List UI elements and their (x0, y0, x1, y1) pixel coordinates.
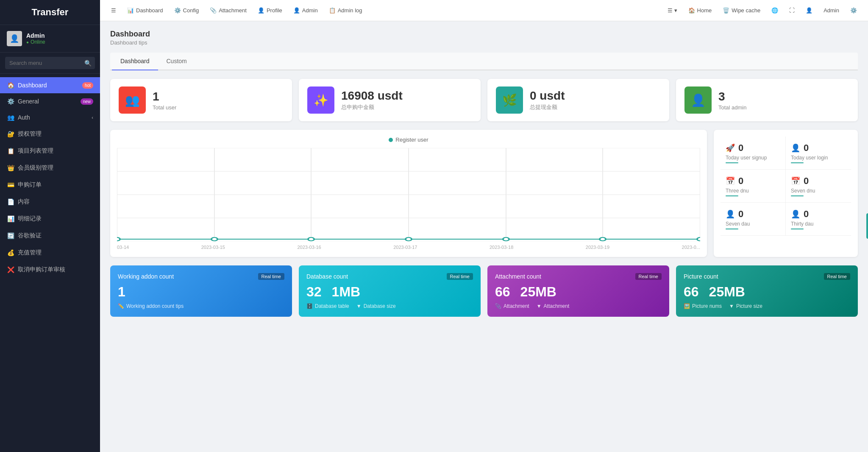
nav-admin[interactable]: 👤 Admin (289, 5, 322, 16)
nav-dashboard-icon: 📊 (127, 7, 134, 14)
chevron-icon: ‹ (92, 115, 93, 120)
svg-point-15 (406, 237, 412, 241)
nav-profile[interactable]: 👤 Profile (253, 5, 287, 16)
sidebar-item-label: 取消申购订单审核 (18, 266, 65, 273)
sidebar-item-authorization[interactable]: 🔐 授权管理 (0, 126, 100, 142)
x-label-3: 2023-03-16 (297, 245, 321, 250)
metric-divider (726, 195, 738, 196)
total-admin-value: 3 (718, 90, 746, 103)
page-subtitle: Dashboard tips (110, 39, 858, 46)
stat-info: 0 usdt 总提现金额 (530, 89, 565, 111)
svg-point-16 (503, 237, 509, 241)
nav-admin-icon: 👤 (293, 7, 300, 14)
metric-seven-dau: 👤 0 Seven dau (721, 203, 786, 236)
nav-home[interactable]: 🏠 Home (684, 5, 716, 16)
sidebar-item-auth[interactable]: 👥 Auth ‹ (0, 109, 100, 126)
google-auth-icon: 🔄 (7, 232, 14, 239)
sidebar-item-subscription[interactable]: 💳 申购订单 (0, 176, 100, 193)
sidebar-user: 👤 Admin Online (0, 25, 100, 53)
working-addon-value: 1 (118, 284, 125, 300)
sidebar-item-dashboard[interactable]: 🏠 Dashboard hot (0, 77, 100, 93)
attachment-footer2: Attachment (544, 303, 570, 309)
svg-point-12 (117, 237, 120, 241)
nav-menu-dropdown[interactable]: ☰ ▾ (663, 5, 682, 16)
card-header: Picture count Real time (684, 273, 850, 280)
thirty-dau-label: Thirty dau (791, 221, 846, 227)
sidebar-item-google-auth[interactable]: 🔄 谷歌验证 (0, 227, 100, 244)
sidebar-item-membership[interactable]: 👑 会员级别管理 (0, 159, 100, 176)
nav-user-avatar[interactable]: 👤 (801, 5, 817, 16)
nav-admin-user[interactable]: Admin (819, 5, 843, 16)
three-dnu-label: Three dnu (726, 188, 780, 194)
metric-seven-dnu: 📅 0 Seven dnu (786, 170, 851, 203)
legend-dot (389, 138, 393, 142)
home-icon: 🏠 (688, 7, 695, 14)
metric-divider (791, 195, 804, 196)
search-icon: 🔍 (84, 60, 92, 67)
metric-divider (726, 162, 738, 163)
subscription-icon: 💳 (7, 181, 14, 188)
database-badge: Real time (447, 273, 473, 280)
nav-dashboard-label: Dashboard (136, 7, 163, 14)
svg-point-18 (697, 237, 700, 241)
nav-admin-user-label: Admin (823, 7, 839, 14)
sidebar-item-recharge[interactable]: 💰 充值管理 (0, 244, 100, 261)
content-icon: 📄 (7, 198, 14, 205)
nav-admin-log[interactable]: 📋 Admin log (325, 5, 367, 16)
nav-attachment[interactable]: 📎 Attachment (206, 5, 251, 16)
hamburger-button[interactable]: ☰ (107, 5, 120, 16)
x-label-1: 03-14 (117, 245, 129, 250)
metric-thirty-dau: 👤 0 Thirty dau (786, 203, 851, 236)
dashboard-icon: 🏠 (7, 82, 14, 89)
db-size-icon: ▼ (356, 303, 362, 309)
nav-admin-log-label: Admin log (338, 7, 362, 14)
sidebar-item-label: 授权管理 (18, 130, 42, 138)
metric-grid: 🚀 0 Today user signup 👤 0 Today user log… (721, 137, 851, 236)
project-icon: 📋 (7, 148, 14, 154)
bottom-card-database: Database count Real time 32 1MB 🗄️ Datab… (299, 265, 481, 317)
sidebar-item-general[interactable]: ⚙️ General new (0, 93, 100, 109)
sidebar-item-content[interactable]: 📄 内容 (0, 193, 100, 210)
calendar-icon: 📅 (726, 176, 735, 186)
svg-point-14 (308, 237, 314, 241)
seven-dnu-value: 0 (804, 176, 809, 187)
total-usdt-value: 16908 usdt (341, 89, 403, 103)
chart-section: Register user (110, 130, 707, 257)
bottom-card-attachment: Attachment count Real time 66 25MB 📎 Att… (487, 265, 669, 317)
card-values: 66 25MB (495, 284, 662, 300)
card-values: 32 1MB (306, 284, 473, 300)
admin-icon: 👤 (684, 86, 712, 114)
sidebar-item-label: 申购订单 (18, 181, 42, 189)
nav-settings[interactable]: ⚙️ (846, 5, 861, 16)
nav-attachment-icon: 📎 (210, 7, 217, 14)
stats-row: 👥 1 Total user ✨ 16908 usdt 总申购中金额 🌿 0 u… (110, 79, 858, 121)
thirty-dau-value: 0 (804, 209, 809, 220)
user-status: Online (26, 39, 45, 45)
calendar-plus-icon: 📅 (791, 176, 800, 186)
search-input[interactable] (5, 57, 95, 69)
nav-config[interactable]: ⚙️ Config (170, 5, 203, 16)
nav-wipe-cache[interactable]: 🗑️ Wipe cache (718, 5, 765, 16)
svg-point-17 (600, 237, 606, 241)
total-user-label: Total user (153, 104, 176, 111)
metric-value: 👤 0 (791, 142, 846, 153)
metric-today-signup: 🚀 0 Today user signup (721, 137, 786, 170)
tab-dashboard[interactable]: Dashboard (112, 53, 158, 70)
stat-info: 1 Total user (153, 90, 176, 111)
sidebar-item-records[interactable]: 📊 明细记录 (0, 210, 100, 227)
nav-fullscreen[interactable]: ⛶ (785, 5, 799, 16)
pencil-icon: ✏️ (118, 303, 124, 309)
picture-value1: 66 (684, 284, 699, 300)
metric-value: 👤 0 (791, 209, 846, 220)
nav-dashboard[interactable]: 📊 Dashboard (123, 5, 167, 16)
tab-custom[interactable]: Custom (158, 53, 195, 70)
picture-title: Picture count (684, 273, 718, 280)
nav-translate[interactable]: 🌐 (767, 5, 782, 16)
working-addon-title: Working addon count (118, 273, 174, 280)
sidebar-item-cancel-order[interactable]: ❌ 取消申购订单审核 (0, 261, 100, 278)
sidebar-item-label: 谷歌验证 (18, 232, 42, 240)
nav-config-icon: ⚙️ (174, 7, 181, 14)
chart-legend: Register user (117, 137, 700, 143)
sidebar-item-project[interactable]: 📋 项目列表管理 (0, 142, 100, 159)
three-dnu-value: 0 (738, 176, 743, 187)
